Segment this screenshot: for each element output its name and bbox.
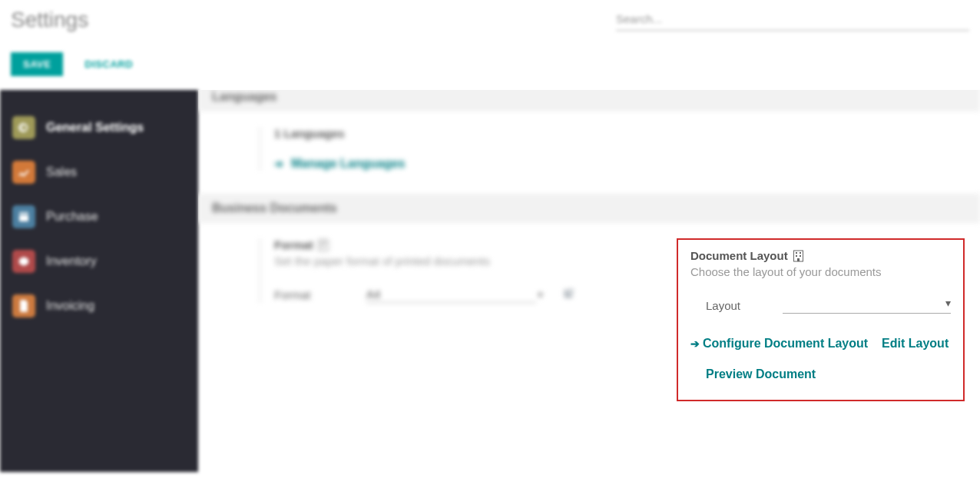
chevron-down-icon[interactable]: ▾ [945,297,951,309]
document-layout-title: Document Layout [690,249,788,262]
external-link-icon[interactable] [563,288,574,301]
configure-document-layout-link[interactable]: Configure Document Layout [703,337,868,351]
layout-label: Layout [690,299,767,312]
svg-rect-8 [800,255,801,257]
gear-icon [12,116,35,139]
settings-sidebar: General Settings Sales Purchase Inventor… [0,90,198,472]
sidebar-item-label: General Settings [46,121,144,135]
sidebar-item-sales[interactable]: Sales [0,150,198,194]
chart-icon [12,161,35,184]
building-icon [793,250,804,262]
format-title: Format [274,238,313,251]
search-input[interactable] [616,9,969,30]
format-select[interactable] [366,286,536,303]
sidebar-item-inventory[interactable]: Inventory [0,239,198,284]
section-header-languages: Languages [198,90,980,111]
document-layout-description: Choose the layout of your documents [690,265,951,278]
svg-rect-9 [797,258,800,261]
sidebar-item-general-settings[interactable]: General Settings [0,105,198,150]
sidebar-item-label: Sales [46,165,77,179]
chevron-down-icon[interactable]: ▾ [538,288,543,301]
section-header-business-documents: Business Documents [198,194,980,223]
svg-rect-6 [800,252,801,254]
discard-button[interactable]: DISCARD [72,52,145,76]
sidebar-item-label: Invoicing [46,299,94,313]
document-layout-highlight: Document Layout Choose the layout of you… [677,238,965,401]
svg-rect-7 [796,255,797,257]
svg-rect-0 [319,240,328,251]
layout-select[interactable] [783,297,951,314]
save-button[interactable]: SAVE [11,52,63,76]
document-icon [12,294,35,317]
sidebar-item-label: Inventory [46,254,97,268]
sidebar-item-purchase[interactable]: Purchase [0,194,198,239]
page-title: Settings [11,8,88,32]
page-icon [318,239,329,251]
arrow-right-icon: ➔ [274,158,283,170]
format-description: Set the paper format of printed document… [274,254,574,268]
box-icon [12,250,35,273]
sidebar-item-invoicing[interactable]: Invoicing [0,284,198,328]
cart-icon [12,205,35,228]
search-field-wrap [616,9,969,31]
manage-languages-link[interactable]: Manage Languages [291,157,405,171]
format-label: Format [274,288,351,301]
languages-count: 1 Languages [274,127,555,140]
sidebar-item-label: Purchase [46,210,98,224]
edit-layout-link[interactable]: Edit Layout [882,337,949,351]
preview-document-link[interactable]: Preview Document [690,367,816,381]
arrow-right-icon: ➔ [690,337,700,350]
svg-rect-5 [796,252,797,254]
